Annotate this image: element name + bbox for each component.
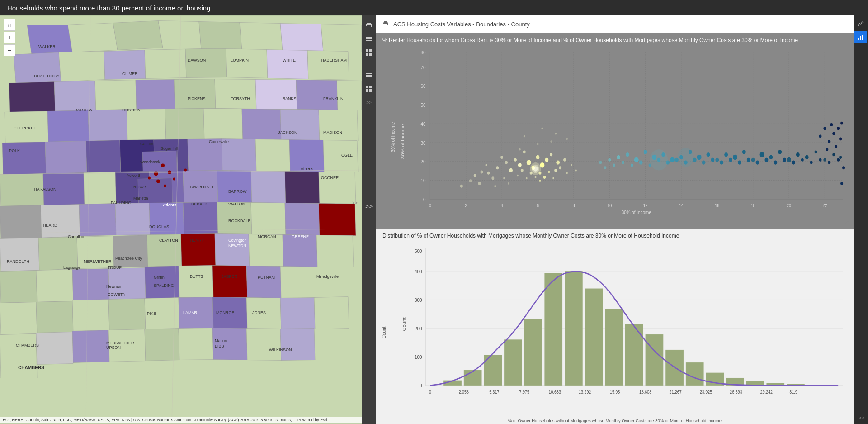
svg-point-304 xyxy=(715,158,719,162)
svg-text:PIKE: PIKE xyxy=(147,311,156,316)
svg-text:Woodstock: Woodstock xyxy=(140,160,160,164)
svg-text:NEWTON: NEWTON xyxy=(228,243,246,248)
svg-text:Lawrenceville: Lawrenceville xyxy=(190,185,215,189)
svg-text:CLAYTON: CLAYTON xyxy=(159,238,178,243)
panel-print-icon xyxy=(382,20,389,28)
svg-text:21.267: 21.267 xyxy=(669,389,681,395)
svg-text:FORSYTH: FORSYTH xyxy=(231,96,250,101)
sidebar-print-icon[interactable] xyxy=(363,19,375,32)
svg-point-266 xyxy=(481,170,483,173)
svg-marker-55 xyxy=(285,172,320,204)
svg-point-261 xyxy=(563,158,566,162)
sidebar-list-icon-2[interactable] xyxy=(363,69,375,81)
svg-text:18: 18 xyxy=(751,203,755,208)
zoom-in-button[interactable]: + xyxy=(4,32,15,43)
svg-point-333 xyxy=(729,158,732,162)
svg-text:GORDON: GORDON xyxy=(122,108,141,112)
histogram-chart: Count xyxy=(376,241,854,424)
panel-header: ACS Housing Costs Variables - Boundaries… xyxy=(376,15,854,33)
svg-point-285 xyxy=(541,127,543,129)
svg-text:2: 2 xyxy=(465,203,467,208)
svg-marker-90 xyxy=(108,299,146,331)
svg-text:Carrollton: Carrollton xyxy=(68,234,85,239)
svg-text:29.242: 29.242 xyxy=(760,389,773,395)
svg-point-110 xyxy=(184,169,187,172)
svg-point-289 xyxy=(555,133,557,135)
charts-area: % Renter Households for whom Gross Rent … xyxy=(376,33,854,424)
svg-text:CHATTOOGA: CHATTOOGA xyxy=(34,74,59,78)
svg-marker-77 xyxy=(0,271,37,303)
svg-text:Canton: Canton xyxy=(140,142,153,146)
sidebar-nav-arrows[interactable]: >> xyxy=(363,96,375,109)
svg-marker-1 xyxy=(27,25,72,55)
svg-point-258 xyxy=(550,153,552,156)
svg-marker-37 xyxy=(86,140,121,173)
svg-point-345 xyxy=(837,158,840,162)
svg-marker-88 xyxy=(246,266,281,298)
svg-text:30% of Income: 30% of Income xyxy=(400,124,405,159)
svg-text:15.95: 15.95 xyxy=(610,389,620,395)
svg-text:WALTON: WALTON xyxy=(228,202,245,206)
svg-text:HENRY: HENRY xyxy=(190,238,204,243)
svg-text:PAULDING: PAULDING xyxy=(111,200,131,205)
svg-text:MONROE: MONROE xyxy=(216,310,235,315)
svg-point-245 xyxy=(505,161,508,164)
svg-point-279 xyxy=(552,177,554,180)
panel-title: ACS Housing Costs Variables - Boundaries… xyxy=(393,21,530,28)
svg-marker-14 xyxy=(226,49,268,78)
home-button[interactable]: ⌂ xyxy=(4,19,15,31)
svg-text:16: 16 xyxy=(715,203,719,208)
svg-point-336 xyxy=(756,160,760,164)
svg-text:13.292: 13.292 xyxy=(579,389,591,395)
line-chart-button[interactable] xyxy=(854,17,867,30)
sidebar-table-icon-2[interactable] xyxy=(363,82,375,95)
svg-marker-22 xyxy=(215,79,256,109)
svg-point-264 xyxy=(460,185,463,188)
svg-text:BARTOW: BARTOW xyxy=(75,108,93,112)
svg-text:BIBB: BIBB xyxy=(215,344,224,348)
svg-point-108 xyxy=(173,178,175,181)
svg-rect-190 xyxy=(366,53,368,56)
svg-text:30% of Income: 30% of Income xyxy=(622,209,651,215)
svg-point-321 xyxy=(622,161,624,164)
svg-rect-193 xyxy=(366,75,372,76)
svg-rect-382 xyxy=(544,273,562,386)
map-visualization[interactable]: CHAMBERS CHEROKEE CHATTOOGA BARTOW POLK … xyxy=(0,15,362,424)
svg-text:DOUGLAS: DOUGLAS xyxy=(149,224,169,229)
svg-point-352 xyxy=(840,122,843,125)
bar-chart-button[interactable] xyxy=(854,31,867,43)
map-attribution: Esri, HERE, Garmin, SafeGraph, FAO, METI… xyxy=(0,417,362,423)
svg-text:LUMPKIN: LUMPKIN xyxy=(231,58,249,62)
svg-text:PICKENS: PICKENS xyxy=(188,96,206,101)
svg-marker-43 xyxy=(255,139,290,172)
svg-point-263 xyxy=(469,179,472,182)
svg-text:Newnan: Newnan xyxy=(106,284,121,289)
svg-rect-197 xyxy=(366,89,368,92)
svg-marker-24 xyxy=(296,80,338,110)
scatter-nav[interactable]: >> xyxy=(844,219,850,225)
svg-point-361 xyxy=(650,149,668,170)
svg-point-348 xyxy=(839,137,842,140)
svg-point-267 xyxy=(485,164,487,167)
svg-text:POLK: POLK xyxy=(9,148,20,153)
svg-point-355 xyxy=(830,123,833,126)
svg-marker-59 xyxy=(79,204,116,236)
svg-text:4: 4 xyxy=(501,203,504,208)
svg-point-255 xyxy=(540,162,544,168)
sidebar-table-icon[interactable] xyxy=(363,46,375,59)
svg-point-273 xyxy=(526,177,528,180)
sidebar-list-icon[interactable] xyxy=(363,33,375,45)
sidebar-nav-arrows-2[interactable]: >> xyxy=(363,200,375,213)
title-bar: Households who spend more than 30 percen… xyxy=(0,0,868,15)
svg-text:TROUP: TROUP xyxy=(108,265,122,270)
svg-point-313 xyxy=(796,152,800,157)
svg-point-351 xyxy=(837,127,840,130)
svg-point-104 xyxy=(161,164,165,167)
svg-marker-17 xyxy=(9,82,55,112)
svg-point-268 xyxy=(494,185,496,187)
zoom-out-button[interactable]: − xyxy=(4,44,15,56)
svg-rect-384 xyxy=(585,289,603,386)
svg-point-278 xyxy=(548,171,550,173)
svg-marker-103 xyxy=(280,329,315,361)
svg-text:GILMER: GILMER xyxy=(122,71,138,76)
